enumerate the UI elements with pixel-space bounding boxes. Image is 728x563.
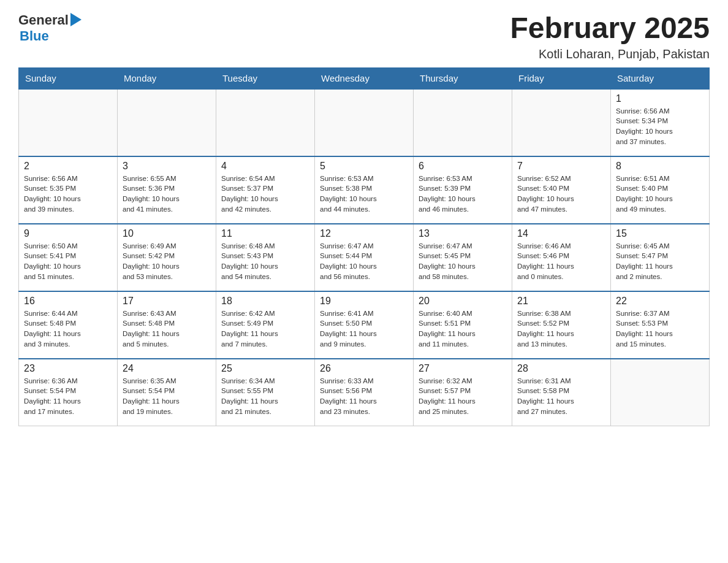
day-info: Sunrise: 6:41 AM Sunset: 5:50 PM Dayligh… [320,308,408,350]
day-info: Sunrise: 6:32 AM Sunset: 5:57 PM Dayligh… [419,376,507,417]
week-row-1: 1Sunrise: 6:56 AM Sunset: 5:34 PM Daylig… [19,89,710,156]
calendar-cell: 4Sunrise: 6:54 AM Sunset: 5:37 PM Daylig… [216,156,315,224]
day-number: 7 [517,161,605,172]
page-title: February 2025 [510,12,710,45]
day-number: 8 [616,161,704,172]
day-info: Sunrise: 6:43 AM Sunset: 5:48 PM Dayligh… [123,308,211,350]
calendar-cell: 8Sunrise: 6:51 AM Sunset: 5:40 PM Daylig… [611,156,710,224]
logo-blue: Blue [20,28,82,44]
day-number: 1 [616,93,704,104]
calendar-table: SundayMondayTuesdayWednesdayThursdayFrid… [18,67,710,427]
day-info: Sunrise: 6:44 AM Sunset: 5:48 PM Dayligh… [24,308,112,350]
day-info: Sunrise: 6:31 AM Sunset: 5:58 PM Dayligh… [517,376,605,417]
calendar-cell [512,89,611,156]
day-number: 5 [320,161,408,172]
day-info: Sunrise: 6:37 AM Sunset: 5:53 PM Dayligh… [616,308,704,350]
calendar-cell: 5Sunrise: 6:53 AM Sunset: 5:38 PM Daylig… [315,156,414,224]
page-header: General Blue February 2025 Kotli Loharan… [18,12,710,61]
calendar-cell: 12Sunrise: 6:47 AM Sunset: 5:44 PM Dayli… [315,224,414,291]
day-info: Sunrise: 6:42 AM Sunset: 5:49 PM Dayligh… [221,308,309,350]
page-subtitle: Kotli Loharan, Punjab, Pakistan [510,47,710,61]
day-number: 9 [24,228,112,239]
day-info: Sunrise: 6:36 AM Sunset: 5:54 PM Dayligh… [24,376,112,417]
day-info: Sunrise: 6:53 AM Sunset: 5:39 PM Dayligh… [419,174,507,215]
day-number: 14 [517,228,605,239]
day-info: Sunrise: 6:49 AM Sunset: 5:42 PM Dayligh… [123,241,211,282]
day-info: Sunrise: 6:40 AM Sunset: 5:51 PM Dayligh… [419,308,507,350]
calendar-cell: 17Sunrise: 6:43 AM Sunset: 5:48 PM Dayli… [118,291,216,359]
calendar-cell: 16Sunrise: 6:44 AM Sunset: 5:48 PM Dayli… [19,291,118,359]
day-number: 17 [123,296,211,307]
day-number: 23 [24,363,112,374]
calendar-cell [216,89,315,156]
day-info: Sunrise: 6:46 AM Sunset: 5:46 PM Dayligh… [517,241,605,282]
day-info: Sunrise: 6:47 AM Sunset: 5:44 PM Dayligh… [320,241,408,282]
day-number: 28 [517,363,605,374]
logo-general: General [18,12,69,28]
calendar-cell: 13Sunrise: 6:47 AM Sunset: 5:45 PM Dayli… [414,224,512,291]
svg-marker-0 [70,13,82,26]
day-info: Sunrise: 6:38 AM Sunset: 5:52 PM Dayligh… [517,308,605,350]
calendar-cell: 9Sunrise: 6:50 AM Sunset: 5:41 PM Daylig… [19,224,118,291]
day-number: 16 [24,296,112,307]
day-number: 11 [221,228,309,239]
day-number: 2 [24,161,112,172]
day-header-saturday: Saturday [611,67,710,89]
day-header-friday: Friday [512,67,611,89]
calendar-cell: 23Sunrise: 6:36 AM Sunset: 5:54 PM Dayli… [19,359,118,426]
logo-arrow-icon [70,13,82,26]
day-header-sunday: Sunday [19,67,118,89]
calendar-cell: 21Sunrise: 6:38 AM Sunset: 5:52 PM Dayli… [512,291,611,359]
calendar-cell: 6Sunrise: 6:53 AM Sunset: 5:39 PM Daylig… [414,156,512,224]
calendar-cell: 3Sunrise: 6:55 AM Sunset: 5:36 PM Daylig… [118,156,216,224]
calendar-cell: 7Sunrise: 6:52 AM Sunset: 5:40 PM Daylig… [512,156,611,224]
day-number: 21 [517,296,605,307]
day-number: 3 [123,161,211,172]
week-row-3: 9Sunrise: 6:50 AM Sunset: 5:41 PM Daylig… [19,224,710,291]
day-info: Sunrise: 6:56 AM Sunset: 5:35 PM Dayligh… [24,174,112,215]
calendar-cell: 20Sunrise: 6:40 AM Sunset: 5:51 PM Dayli… [414,291,512,359]
title-block: February 2025 Kotli Loharan, Punjab, Pak… [510,12,710,61]
calendar-cell: 22Sunrise: 6:37 AM Sunset: 5:53 PM Dayli… [611,291,710,359]
day-header-wednesday: Wednesday [315,67,414,89]
day-info: Sunrise: 6:56 AM Sunset: 5:34 PM Dayligh… [616,106,704,147]
calendar-header-row: SundayMondayTuesdayWednesdayThursdayFrid… [19,67,710,89]
week-row-4: 16Sunrise: 6:44 AM Sunset: 5:48 PM Dayli… [19,291,710,359]
day-header-thursday: Thursday [414,67,512,89]
calendar-cell [118,89,216,156]
calendar-cell: 28Sunrise: 6:31 AM Sunset: 5:58 PM Dayli… [512,359,611,426]
day-number: 26 [320,363,408,374]
calendar-cell: 27Sunrise: 6:32 AM Sunset: 5:57 PM Dayli… [414,359,512,426]
day-info: Sunrise: 6:51 AM Sunset: 5:40 PM Dayligh… [616,174,704,215]
day-number: 6 [419,161,507,172]
day-number: 25 [221,363,309,374]
calendar-cell [414,89,512,156]
day-info: Sunrise: 6:53 AM Sunset: 5:38 PM Dayligh… [320,174,408,215]
logo: General Blue [18,12,82,44]
calendar-cell [611,359,710,426]
calendar-cell: 26Sunrise: 6:33 AM Sunset: 5:56 PM Dayli… [315,359,414,426]
calendar-cell: 25Sunrise: 6:34 AM Sunset: 5:55 PM Dayli… [216,359,315,426]
calendar-cell: 14Sunrise: 6:46 AM Sunset: 5:46 PM Dayli… [512,224,611,291]
week-row-5: 23Sunrise: 6:36 AM Sunset: 5:54 PM Dayli… [19,359,710,426]
calendar-cell: 2Sunrise: 6:56 AM Sunset: 5:35 PM Daylig… [19,156,118,224]
calendar-cell: 19Sunrise: 6:41 AM Sunset: 5:50 PM Dayli… [315,291,414,359]
day-info: Sunrise: 6:54 AM Sunset: 5:37 PM Dayligh… [221,174,309,215]
day-info: Sunrise: 6:50 AM Sunset: 5:41 PM Dayligh… [24,241,112,282]
day-info: Sunrise: 6:45 AM Sunset: 5:47 PM Dayligh… [616,241,704,282]
day-number: 10 [123,228,211,239]
day-number: 13 [419,228,507,239]
calendar-cell: 11Sunrise: 6:48 AM Sunset: 5:43 PM Dayli… [216,224,315,291]
calendar-cell: 10Sunrise: 6:49 AM Sunset: 5:42 PM Dayli… [118,224,216,291]
day-info: Sunrise: 6:34 AM Sunset: 5:55 PM Dayligh… [221,376,309,417]
calendar-cell [19,89,118,156]
day-number: 20 [419,296,507,307]
day-number: 15 [616,228,704,239]
calendar-cell: 15Sunrise: 6:45 AM Sunset: 5:47 PM Dayli… [611,224,710,291]
day-info: Sunrise: 6:52 AM Sunset: 5:40 PM Dayligh… [517,174,605,215]
day-number: 22 [616,296,704,307]
day-number: 18 [221,296,309,307]
week-row-2: 2Sunrise: 6:56 AM Sunset: 5:35 PM Daylig… [19,156,710,224]
day-info: Sunrise: 6:47 AM Sunset: 5:45 PM Dayligh… [419,241,507,282]
day-number: 12 [320,228,408,239]
